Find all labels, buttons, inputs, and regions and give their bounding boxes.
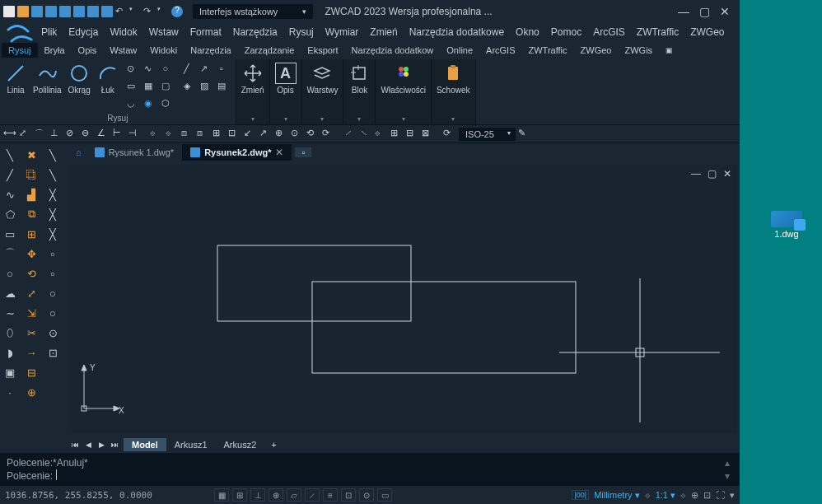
tm-extend-icon[interactable]: → [23, 344, 40, 361]
st-nav2-icon[interactable]: ⟐ [680, 490, 686, 500]
dim-q10-icon[interactable]: ⊙ [291, 128, 304, 141]
tg-9-icon[interactable]: ○ [44, 305, 61, 321]
tm-trim-icon[interactable]: ✂ [23, 324, 40, 341]
tab-narzedzia[interactable]: Narzędzia [184, 43, 238, 58]
mini-ray-icon[interactable]: ↗ [198, 63, 210, 74]
tab-zwtraffic[interactable]: ZWTraffic [522, 43, 574, 58]
dim-e4-icon[interactable]: ⊞ [390, 128, 404, 141]
dim-edit-icon[interactable]: ✎ [518, 128, 531, 141]
doc-close-icon[interactable]: ✕ [275, 147, 283, 158]
tg-4-icon[interactable]: ╳ [44, 206, 61, 222]
qat-undo-icon[interactable]: ↶ [115, 6, 127, 17]
menu-narzedzia[interactable]: Narzędzia [233, 26, 278, 38]
dim-rad-icon[interactable]: ⊘ [66, 128, 79, 141]
tg-11-icon[interactable]: ⊡ [44, 344, 61, 361]
st-lwt-icon[interactable]: ≡ [323, 488, 338, 502]
tab-wstaw[interactable]: Wstaw [103, 43, 143, 58]
mini-xline-icon[interactable]: ╱ [181, 63, 193, 74]
qat-save-icon[interactable] [31, 6, 43, 17]
menu-zwtraffic[interactable]: ZWTraffic [637, 26, 679, 38]
tg-2-icon[interactable]: ╲ [44, 166, 61, 183]
dim-linear-icon[interactable]: ⟷ [3, 128, 16, 141]
menu-format[interactable]: Format [190, 26, 222, 38]
canvas[interactable]: — ▢ ✕ [69, 165, 736, 433]
mini-ellipse-icon[interactable]: ○ [160, 63, 171, 74]
tab-online[interactable]: Online [440, 43, 479, 58]
tl-point-icon[interactable]: · [2, 384, 18, 400]
qat-copy-icon[interactable] [101, 6, 113, 17]
dim-e1-icon[interactable]: ⟋ [343, 128, 357, 141]
dim-q8-icon[interactable]: ↗ [259, 128, 273, 141]
st-otrack-icon[interactable]: ⟋ [305, 488, 320, 502]
st-units[interactable]: Millimetry ▾ [594, 490, 640, 501]
canvas-min-icon[interactable]: — [691, 168, 701, 180]
menu-rysuj[interactable]: Rysuj [289, 26, 314, 38]
tl-ellipse-icon[interactable]: ⬯ [2, 324, 18, 341]
mini-m6-icon[interactable]: ▤ [216, 80, 227, 91]
st-nav1-icon[interactable]: ⟐ [645, 490, 651, 500]
qat-new-icon[interactable] [3, 6, 15, 17]
dim-e3-icon[interactable]: ⟐ [375, 128, 388, 141]
layout-add-button[interactable]: + [264, 440, 283, 450]
canvas-close-icon[interactable]: ✕ [723, 168, 731, 180]
dim-upd-icon[interactable]: ⟳ [443, 128, 456, 141]
mini-rect-icon[interactable]: ▭ [125, 80, 137, 91]
tab-dodatkow[interactable]: Narzędzia dodatkow [345, 43, 441, 58]
tm-scale-icon[interactable]: ⤢ [23, 285, 40, 301]
tab-collapse-icon[interactable]: ▣ [659, 44, 680, 57]
st-dyn-icon[interactable]: ⊡ [341, 488, 356, 502]
dim-arc-icon[interactable]: ⌒ [35, 128, 48, 141]
btn-polilinia[interactable]: Polilinia [33, 63, 61, 95]
mini-arc2-icon[interactable]: ◡ [125, 97, 137, 109]
doc-home-icon[interactable]: ⌂ [71, 147, 86, 157]
cmd-scroll-down-icon[interactable]: ▾ [722, 469, 733, 483]
menu-dodatkowe[interactable]: Narzędzia dodatkowe [409, 26, 504, 38]
st-cycle-icon[interactable]: ⊙ [359, 488, 374, 502]
tl-block-icon[interactable]: ▣ [2, 364, 18, 380]
tl-pline-icon[interactable]: ∿ [2, 186, 18, 203]
dim-q4-icon[interactable]: ⧈ [197, 128, 210, 141]
qat-undo-dd-icon[interactable]: ▾ [129, 6, 141, 17]
lt-prev-icon[interactable]: ◀ [82, 439, 94, 450]
ribbon-panel-warstwy[interactable]: Warstwy ▾ [302, 59, 344, 124]
mini-point-icon[interactable]: ⊙ [125, 63, 137, 74]
qat-redo-icon[interactable]: ↷ [143, 6, 155, 17]
mini-spline-icon[interactable]: ∿ [142, 63, 154, 74]
btn-linia[interactable]: Linia [5, 63, 26, 95]
tm-copy-icon[interactable]: ⿻ [23, 166, 40, 183]
dim-q12-icon[interactable]: ⟳ [322, 128, 335, 141]
tab-zarzadzanie[interactable]: Zarządzanie [238, 43, 301, 58]
tab-opis[interactable]: Opis [72, 43, 104, 58]
mini-hatch-icon[interactable]: ▦ [142, 80, 154, 91]
doc-new-icon[interactable]: ▫ [295, 147, 311, 157]
qat-help-icon[interactable]: ? [171, 6, 183, 17]
ribbon-panel-schowek[interactable]: Schowek ▾ [432, 59, 476, 124]
tm-mirror-icon[interactable]: ▟ [23, 186, 40, 203]
menu-wstaw[interactable]: Wstaw [149, 26, 179, 38]
dim-ord-icon[interactable]: ⊥ [50, 128, 63, 141]
dim-cont-icon[interactable]: ⊣ [128, 128, 142, 141]
dim-q1-icon[interactable]: ⟐ [150, 128, 163, 141]
st-nav4-icon[interactable]: ⊡ [703, 490, 711, 501]
tg-10-icon[interactable]: ⊙ [44, 324, 61, 341]
tl-spline-icon[interactable]: ∼ [2, 305, 18, 321]
qat-open-icon[interactable] [17, 6, 29, 17]
menu-pomoc[interactable]: Pomoc [551, 26, 581, 38]
qat-plot-icon[interactable] [59, 6, 71, 17]
menu-arcgis[interactable]: ArcGIS [593, 26, 625, 38]
dim-q3-icon[interactable]: ⧈ [181, 128, 194, 141]
tab-arcgis[interactable]: ArcGIS [479, 43, 521, 58]
tg-5-icon[interactable]: ╳ [44, 226, 61, 242]
tab-zwgeo[interactable]: ZWGeo [574, 43, 619, 58]
tg-1-icon[interactable]: ╲ [44, 147, 61, 163]
dim-aligned-icon[interactable]: ⤢ [19, 128, 32, 141]
dim-dia-icon[interactable]: ⊖ [82, 128, 95, 141]
tm-stretch-icon[interactable]: ⇲ [23, 305, 40, 321]
tl-poly-icon[interactable]: ⬠ [2, 206, 18, 222]
dim-ang-icon[interactable]: ∠ [97, 128, 110, 141]
st-grid-icon[interactable]: ▦ [214, 488, 229, 502]
tm-erase-icon[interactable]: ✖ [23, 147, 40, 163]
ribbon-panel-blok[interactable]: Blok ▾ [343, 59, 376, 124]
tl-circle-icon[interactable]: ○ [2, 265, 18, 282]
dim-q7-icon[interactable]: ↙ [244, 128, 257, 141]
